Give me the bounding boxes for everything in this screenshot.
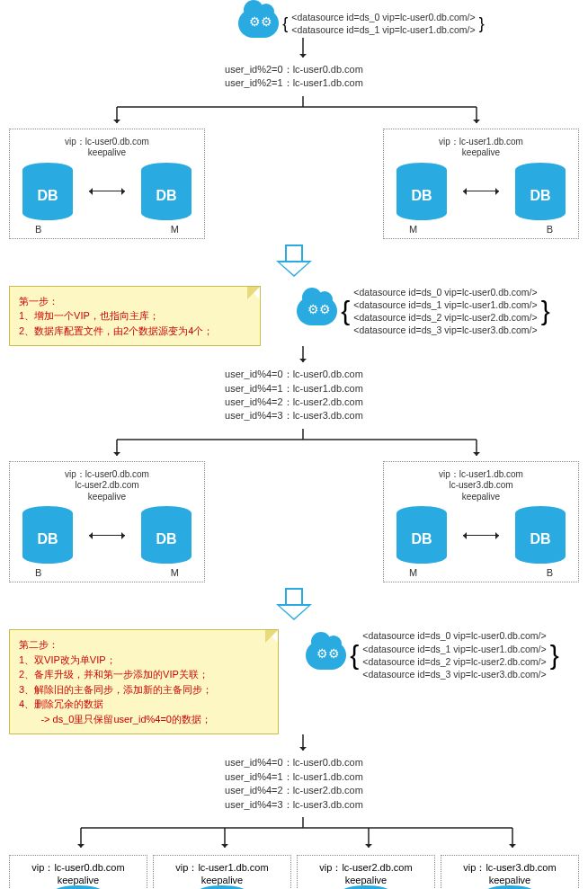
vip-label: vip：lc-user0.db.comkeepalive [15, 861, 141, 885]
ds-line: <datasource id=ds_1 vip=lc-user1.db.com/… [291, 23, 475, 36]
db-icon: DB [22, 163, 73, 220]
db-icon: DB [197, 885, 247, 889]
db-group-right-1: vip：lc-user1.db.com keepalive DB DB MB [383, 129, 579, 239]
routing-rules-3: user_id%4=0：lc-user0.db.com user_id%4=1：… [9, 756, 579, 812]
db-group-right-2: vip：lc-user1.db.com lc-user3.db.com keep… [383, 461, 579, 583]
datasource-list-3: { <datasource id=ds_0 vip=lc-user0.db.co… [350, 629, 558, 680]
db-group-quad-1: vip：lc-user1.db.comkeepalive DB M DB B [153, 855, 291, 889]
db-icon: DB [141, 506, 192, 564]
db-icon: DB [515, 163, 566, 220]
db-icon: DB [515, 506, 566, 564]
db-group-quad-2: vip：lc-user2.db.comkeepalive DB M DB B [297, 855, 435, 889]
datasource-list-1: { <datasource id=ds_0 vip=lc-user0.db.co… [282, 11, 484, 36]
svg-marker-15 [473, 452, 480, 456]
routing-rules-1: user_id%2=0：lc-user0.db.com user_id%2=1：… [9, 63, 579, 91]
db-icon: DB [396, 506, 447, 564]
svg-marker-25 [221, 844, 228, 848]
vip-label: vip：lc-user3.db.comkeepalive [447, 861, 573, 885]
db-group-quad-3: vip：lc-user3.db.comkeepalive DB M DB B [441, 855, 579, 889]
cloud-icon: ⚙⚙ [238, 9, 279, 38]
db-icon: DB [22, 506, 73, 564]
ds-line: <datasource id=ds_0 vip=lc-user0.db.com/… [291, 11, 475, 23]
db-group-quad-0: vip：lc-user0.db.comkeepalive DB M DB B [9, 855, 147, 889]
note-step-2: 第二步： 1、双VIP改为单VIP； 2、备库升级，并和第一步添加的VIP关联；… [9, 629, 279, 734]
svg-marker-6 [113, 120, 120, 123]
svg-marker-27 [509, 844, 516, 848]
svg-marker-14 [113, 452, 120, 456]
vip-label: vip：lc-user2.db.comkeepalive [303, 861, 429, 885]
bidir-arrow [89, 191, 125, 191]
datasource-list-2: { <datasource id=ds_0 vip=lc-user0.db.co… [341, 286, 549, 337]
bidir-arrow [463, 535, 499, 536]
svg-marker-24 [77, 844, 85, 848]
step-arrow-icon [276, 588, 312, 624]
bidir-arrow [463, 191, 499, 191]
svg-marker-7 [473, 120, 480, 123]
step-arrow-icon [276, 244, 312, 280]
db-icon: DB [485, 885, 535, 889]
svg-marker-9 [299, 359, 307, 362]
svg-marker-17 [299, 747, 307, 751]
svg-marker-1 [299, 54, 307, 58]
db-group-left-2: vip：lc-user0.db.com lc-user2.db.com keep… [9, 461, 205, 583]
cloud-icon: ⚙⚙ [297, 297, 337, 325]
routing-rules-2: user_id%4=0：lc-user0.db.com user_id%4=1：… [9, 368, 579, 423]
db-icon: DB [396, 163, 447, 220]
db-icon: DB [53, 885, 103, 889]
svg-marker-26 [365, 844, 372, 848]
bidir-arrow [89, 535, 125, 536]
db-icon: DB [141, 163, 192, 220]
db-group-left-1: vip：lc-user0.db.com keepalive DB DB BM [9, 129, 205, 239]
note-step-1: 第一步： 1、增加一个VIP，也指向主库； 2、数据库配置文件，由2个数据源变为… [9, 286, 261, 347]
cloud-icon: ⚙⚙ [306, 641, 346, 670]
db-icon: DB [341, 885, 391, 889]
vip-label: vip：lc-user1.db.comkeepalive [159, 861, 285, 885]
